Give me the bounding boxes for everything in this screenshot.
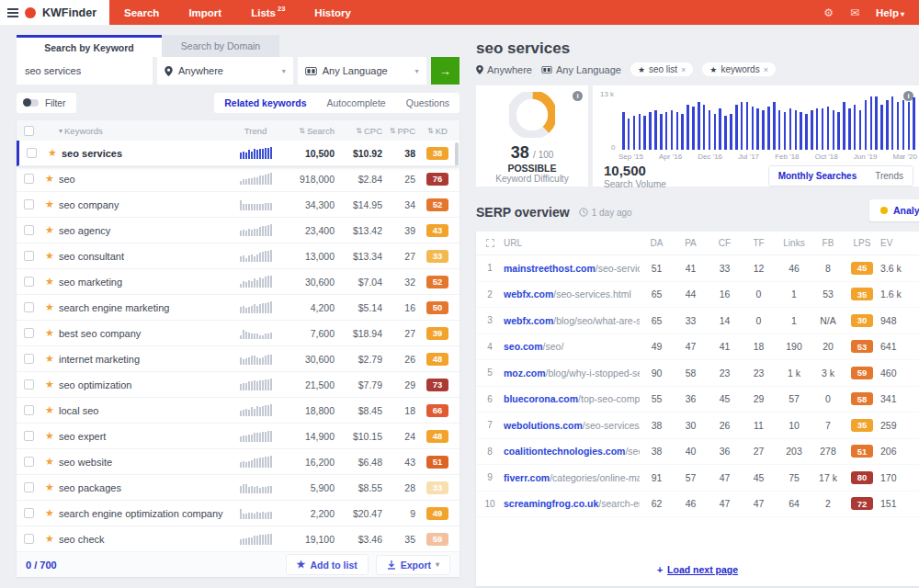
serp-result-row[interactable]: 5moz.com/blog/why-i-stopped-selling-...9… — [476, 360, 919, 387]
tag-chip-seo-list[interactable]: ★seo list× — [630, 62, 693, 76]
tab-questions[interactable]: Questions — [396, 93, 460, 113]
favorite-star-icon[interactable]: ★ — [45, 353, 54, 365]
kd-badge[interactable]: 73 — [426, 379, 448, 391]
hamburger-menu-icon[interactable] — [7, 8, 18, 17]
kd-badge[interactable]: 52 — [426, 276, 448, 288]
nav-item-search[interactable]: Search — [109, 0, 174, 25]
tab-monthly-searches[interactable]: Monthly Searches — [769, 166, 867, 186]
keyword-row[interactable]: ★seo check19,100$3.463559 — [17, 526, 460, 552]
row-checkbox[interactable] — [24, 354, 34, 364]
serp-result-row[interactable]: 8coalitiontechnologies.com/seo-searc...3… — [476, 439, 919, 466]
row-checkbox[interactable] — [24, 302, 34, 312]
help-menu[interactable]: Help▾ — [876, 7, 904, 18]
row-checkbox[interactable] — [24, 277, 34, 287]
keyword-row[interactable]: ★local seo18,800$8.451866 — [17, 398, 460, 424]
favorite-star-icon[interactable]: ★ — [45, 404, 54, 416]
kd-badge[interactable]: 38 — [426, 147, 448, 160]
col-pa[interactable]: PA — [674, 238, 708, 248]
url-domain[interactable]: seo.com — [504, 341, 543, 352]
tab-autocomplete[interactable]: Autocomplete — [317, 93, 396, 113]
col-lps[interactable]: LPS — [844, 238, 880, 248]
url-domain[interactable]: webfx.com — [504, 315, 553, 326]
favorite-star-icon[interactable]: ★ — [45, 224, 54, 236]
row-checkbox[interactable] — [24, 328, 34, 338]
result-url[interactable]: screamingfrog.co.uk/search-engine-... — [504, 498, 640, 509]
kd-badge[interactable]: 48 — [426, 353, 448, 366]
favorite-star-icon[interactable]: ★ — [45, 481, 54, 493]
serp-result-row[interactable]: 6bluecorona.com/top-seo-company/55364529… — [476, 387, 919, 413]
result-url[interactable]: mainstreethost.com/seo-services/ — [504, 263, 640, 274]
result-url[interactable]: bluecorona.com/top-seo-company/ — [504, 393, 640, 404]
add-to-list-button[interactable]: ★Add to list — [286, 554, 369, 575]
keyword-row[interactable]: ★internet marketing30,600$2.792648 — [17, 346, 460, 372]
kd-badge[interactable]: 49 — [426, 507, 448, 520]
result-url[interactable]: webolutions.com/seo-services/ — [504, 420, 640, 431]
favorite-star-icon[interactable]: ★ — [45, 198, 54, 210]
keyword-row[interactable]: ★seo company34,300$14.953452 — [17, 192, 460, 218]
keyword-row[interactable]: ★seo expert14,900$10.152448 — [17, 424, 460, 449]
col-cpc[interactable]: ⇅CPC — [335, 126, 382, 136]
messages-icon[interactable]: ✉ — [850, 6, 859, 19]
result-url[interactable]: webfx.com/blog/seo/what-are-seo-s... — [504, 315, 640, 326]
serp-result-row[interactable]: 3webfx.com/blog/seo/what-are-seo-s...653… — [476, 308, 919, 334]
location-select[interactable]: Anywhere ▾ — [157, 57, 293, 85]
favorite-star-icon[interactable]: ★ — [45, 327, 54, 339]
serp-result-row[interactable]: 10screamingfrog.co.uk/search-engine-...6… — [476, 492, 919, 518]
favorite-star-icon[interactable]: ★ — [48, 147, 57, 159]
row-checkbox[interactable] — [27, 148, 37, 158]
kd-badge[interactable]: 59 — [426, 533, 448, 546]
row-checkbox[interactable] — [24, 199, 34, 209]
close-icon[interactable]: × — [764, 65, 768, 74]
load-next-page-button[interactable]: +Load next page — [476, 564, 919, 575]
favorite-star-icon[interactable]: ★ — [45, 173, 54, 185]
favorite-star-icon[interactable]: ★ — [45, 456, 54, 468]
kd-badge[interactable]: 76 — [426, 173, 448, 186]
col-links[interactable]: Links — [776, 238, 812, 248]
row-checkbox[interactable] — [24, 379, 34, 390]
kd-badge[interactable]: 66 — [426, 404, 448, 417]
favorite-star-icon[interactable]: ★ — [45, 379, 54, 390]
col-fb[interactable]: FB — [812, 238, 844, 248]
result-url[interactable]: seo.com/seo/ — [504, 341, 640, 352]
col-search[interactable]: ⇅Search — [281, 126, 335, 136]
row-checkbox[interactable] — [24, 508, 34, 518]
keyword-row[interactable]: ★seo services10,500$10.923838 — [17, 141, 460, 166]
col-keywords[interactable]: ▾Keywords — [59, 126, 230, 136]
favorite-star-icon[interactable]: ★ — [45, 250, 54, 262]
url-domain[interactable]: webfx.com — [504, 288, 553, 300]
col-cf[interactable]: CF — [708, 238, 742, 248]
nav-item-lists[interactable]: Lists23 — [236, 0, 300, 25]
keyword-row[interactable]: ★seo optimization21,500$7.792973 — [17, 372, 460, 398]
url-domain[interactable]: moz.com — [504, 368, 546, 379]
expand-icon[interactable] — [486, 239, 494, 247]
url-domain[interactable]: screamingfrog.co.uk — [504, 498, 598, 509]
keyword-row[interactable]: ★seo consultant13,000$13.342733 — [17, 243, 460, 269]
url-domain[interactable]: mainstreethost.com — [504, 263, 596, 274]
url-domain[interactable]: fiverr.com — [504, 472, 550, 483]
result-url[interactable]: webfx.com/seo-services.html — [504, 288, 640, 300]
tab-related-keywords[interactable]: Related keywords — [214, 93, 316, 113]
kd-badge[interactable]: 33 — [426, 481, 448, 494]
serp-result-row[interactable]: 2webfx.com/seo-services.html654416015335… — [476, 282, 919, 309]
col-ev[interactable]: EV — [880, 238, 919, 248]
analyze-serp-button[interactable]: Analyze SERP — [869, 199, 919, 221]
brand-name[interactable]: KWFinder — [42, 6, 96, 19]
row-checkbox[interactable] — [24, 251, 34, 261]
row-checkbox[interactable] — [24, 225, 34, 235]
kd-badge[interactable]: 50 — [426, 301, 448, 314]
favorite-star-icon[interactable]: ★ — [45, 301, 54, 313]
serp-result-row[interactable]: 9fiverr.com/categories/online-marketi...… — [476, 465, 919, 492]
serp-result-row[interactable]: 7webolutions.com/seo-services/3830261110… — [476, 413, 919, 439]
serp-result-row[interactable]: 4seo.com/seo/494741181902053641 — [476, 334, 919, 361]
close-icon[interactable]: × — [681, 65, 686, 74]
kd-badge[interactable]: 51 — [426, 456, 448, 469]
settings-gear-icon[interactable]: ⚙ — [823, 6, 834, 19]
nav-item-import[interactable]: Import — [174, 0, 236, 25]
url-domain[interactable]: bluecorona.com — [504, 393, 578, 404]
row-checkbox[interactable] — [24, 174, 34, 184]
keyword-row[interactable]: ★seo packages5,900$8.552833 — [17, 475, 460, 501]
favorite-star-icon[interactable]: ★ — [45, 507, 54, 519]
tab-search-by-domain[interactable]: Search by Domain — [162, 35, 279, 57]
result-url[interactable]: fiverr.com/categories/online-marketi... — [504, 472, 640, 483]
favorite-star-icon[interactable]: ★ — [45, 533, 54, 545]
